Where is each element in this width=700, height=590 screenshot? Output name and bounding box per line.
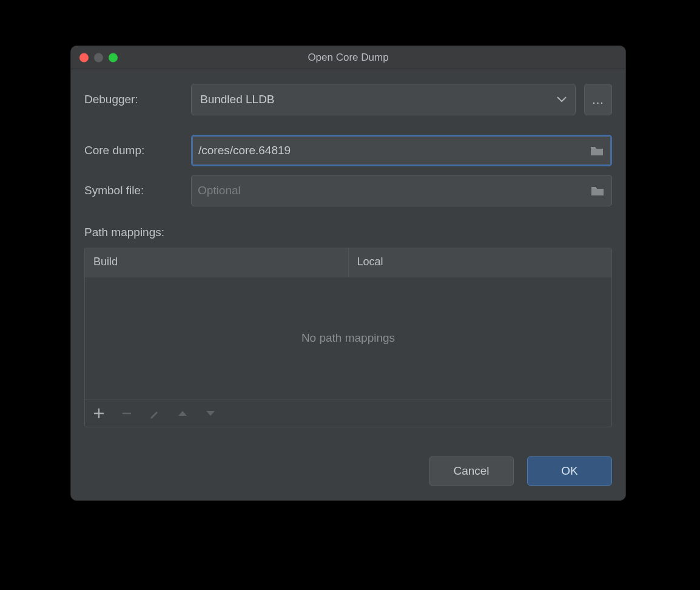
folder-icon[interactable] [591, 185, 604, 196]
ok-button-label: OK [561, 464, 577, 478]
symbol-file-input-wrap [191, 175, 612, 206]
chevron-down-icon [557, 97, 567, 103]
debugger-more-button[interactable]: ... [584, 84, 612, 115]
maximize-window-icon[interactable] [109, 53, 118, 62]
table-header: Build Local [85, 248, 611, 277]
minimize-window-icon [94, 53, 103, 62]
move-down-button[interactable] [204, 407, 217, 420]
dialog-content: Debugger: Bundled LLDB ... Core dump: [71, 69, 625, 433]
move-up-button[interactable] [176, 407, 189, 420]
debugger-select[interactable]: Bundled LLDB [191, 84, 576, 115]
close-window-icon[interactable] [79, 53, 89, 62]
debugger-value: Bundled LLDB [200, 93, 275, 106]
window-controls [79, 53, 118, 62]
core-dump-label: Core dump: [84, 144, 191, 157]
debugger-row: Debugger: Bundled LLDB ... [84, 84, 612, 115]
dialog-footer: Cancel OK [71, 433, 625, 500]
table-toolbar [85, 399, 611, 427]
core-dump-input[interactable] [198, 144, 581, 157]
remove-mapping-button[interactable] [120, 407, 133, 420]
cancel-button[interactable]: Cancel [429, 456, 514, 486]
cancel-button-label: Cancel [453, 464, 489, 478]
open-core-dump-dialog: Open Core Dump Debugger: Bundled LLDB ..… [70, 46, 626, 501]
titlebar: Open Core Dump [71, 46, 625, 69]
debugger-label: Debugger: [84, 93, 191, 106]
dialog-title: Open Core Dump [71, 52, 625, 64]
path-mappings-table: Build Local No path mappings [84, 248, 612, 427]
symbol-file-row: Symbol file: [84, 175, 612, 206]
ellipsis-icon: ... [592, 93, 604, 107]
table-body-empty: No path mappings [85, 277, 611, 399]
symbol-file-label: Symbol file: [84, 184, 191, 197]
folder-icon[interactable] [590, 145, 604, 156]
add-mapping-button[interactable] [92, 407, 106, 420]
column-local[interactable]: Local [349, 248, 612, 277]
empty-text: No path mappings [301, 331, 395, 345]
symbol-file-input[interactable] [198, 184, 581, 197]
core-dump-row: Core dump: [84, 135, 612, 166]
core-dump-input-wrap [191, 135, 612, 166]
ok-button[interactable]: OK [527, 456, 612, 486]
edit-mapping-button[interactable] [148, 407, 161, 420]
column-build[interactable]: Build [85, 248, 349, 277]
path-mappings-label: Path mappings: [84, 226, 612, 239]
